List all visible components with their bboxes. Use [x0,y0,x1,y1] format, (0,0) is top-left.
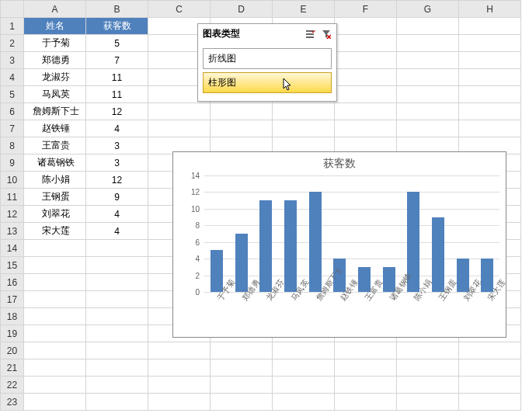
cell-A2[interactable]: 于予菊 [24,35,86,52]
row-header[interactable]: 9 [1,154,24,172]
cell-D7[interactable] [211,120,273,137]
row-header[interactable]: 3 [1,52,24,69]
row-header[interactable]: 19 [1,325,24,342]
cell-A19[interactable] [24,325,86,342]
cell-B11[interactable]: 9 [86,189,148,206]
cell-B13[interactable]: 4 [86,223,148,240]
row-header[interactable]: 8 [1,137,24,154]
cell-G5[interactable] [397,86,459,103]
cell-B2[interactable]: 5 [86,35,148,52]
cell-E21[interactable] [273,359,335,377]
cell-D20[interactable] [211,342,273,359]
cell-G23[interactable] [397,394,459,411]
row-header[interactable]: 7 [1,120,24,137]
cell-A14[interactable] [24,240,86,257]
row-header[interactable]: 22 [1,377,24,394]
multiselect-icon[interactable] [305,29,316,40]
cell-F7[interactable] [335,120,397,137]
row-header[interactable]: 17 [1,291,24,308]
cell-E7[interactable] [273,120,335,137]
cell-E6[interactable] [273,103,335,120]
slicer-item-0[interactable]: 折线图 [203,48,332,69]
cell-B15[interactable] [86,257,148,274]
cell-F4[interactable] [335,69,397,86]
row-header[interactable]: 6 [1,103,24,120]
cell-B8[interactable]: 3 [86,137,148,154]
cell-H3[interactable] [459,52,521,69]
cell-A20[interactable] [24,342,86,359]
col-header-G[interactable]: G [397,1,459,18]
cell-A17[interactable] [24,291,86,308]
row-header[interactable]: 21 [1,359,24,377]
cell-A18[interactable] [24,308,86,325]
clear-filter-icon[interactable] [321,29,332,40]
cell-A3[interactable]: 郑德勇 [24,52,86,69]
row-header[interactable]: 11 [1,189,24,206]
col-header-D[interactable]: D [211,1,273,18]
cell-C21[interactable] [148,359,211,377]
cell-B20[interactable] [86,342,148,359]
cell-F20[interactable] [335,342,397,359]
row-header[interactable]: 18 [1,308,24,325]
cell-D6[interactable] [211,103,273,120]
row-header[interactable]: 16 [1,274,24,291]
cell-B3[interactable]: 7 [86,52,148,69]
cell-D23[interactable] [211,394,273,411]
cell-F2[interactable] [335,35,397,52]
cell-H22[interactable] [459,377,521,394]
cell-E22[interactable] [273,377,335,394]
cell-A21[interactable] [24,359,86,377]
row-header[interactable]: 1 [1,18,24,35]
cell-A1[interactable]: 姓名 [24,18,86,35]
cell-B17[interactable] [86,291,148,308]
cell-G22[interactable] [397,377,459,394]
cell-F23[interactable] [335,394,397,411]
cell-F1[interactable] [335,18,397,35]
row-header[interactable]: 15 [1,257,24,274]
cell-G6[interactable] [397,103,459,120]
col-header-B[interactable]: B [86,1,148,18]
cell-C22[interactable] [148,377,211,394]
cell-B23[interactable] [86,394,148,411]
row-header[interactable]: 4 [1,69,24,86]
cell-C7[interactable] [148,120,211,137]
cell-H7[interactable] [459,120,521,137]
row-header[interactable]: 12 [1,206,24,223]
cell-G7[interactable] [397,120,459,137]
cell-D22[interactable] [211,377,273,394]
col-header-E[interactable]: E [273,1,335,18]
cell-F5[interactable] [335,86,397,103]
cell-G21[interactable] [397,359,459,377]
cell-B4[interactable]: 11 [86,69,148,86]
cell-B9[interactable]: 3 [86,154,148,172]
row-header[interactable]: 23 [1,394,24,411]
cell-B18[interactable] [86,308,148,325]
row-header[interactable]: 10 [1,172,24,189]
cell-F6[interactable] [335,103,397,120]
cell-B22[interactable] [86,377,148,394]
cell-G2[interactable] [397,35,459,52]
cell-A16[interactable] [24,274,86,291]
row-header[interactable]: 2 [1,35,24,52]
cell-B5[interactable]: 11 [86,86,148,103]
cell-B10[interactable]: 12 [86,172,148,189]
cell-B12[interactable]: 4 [86,206,148,223]
cell-H5[interactable] [459,86,521,103]
cell-A4[interactable]: 龙淑芬 [24,69,86,86]
cell-B16[interactable] [86,274,148,291]
cell-C20[interactable] [148,342,211,359]
cell-B1[interactable]: 获客数 [86,18,148,35]
cell-H23[interactable] [459,394,521,411]
cell-A10[interactable]: 陈小娟 [24,172,86,189]
cell-F3[interactable] [335,52,397,69]
cell-A8[interactable]: 王富贵 [24,137,86,154]
cell-A6[interactable]: 詹姆斯下士 [24,103,86,120]
cell-E23[interactable] [273,394,335,411]
cell-C6[interactable] [148,103,211,120]
row-header[interactable]: 13 [1,223,24,240]
cell-E20[interactable] [273,342,335,359]
col-header-F[interactable]: F [335,1,397,18]
row-header[interactable]: 5 [1,86,24,103]
cell-G4[interactable] [397,69,459,86]
cell-G1[interactable] [397,18,459,35]
